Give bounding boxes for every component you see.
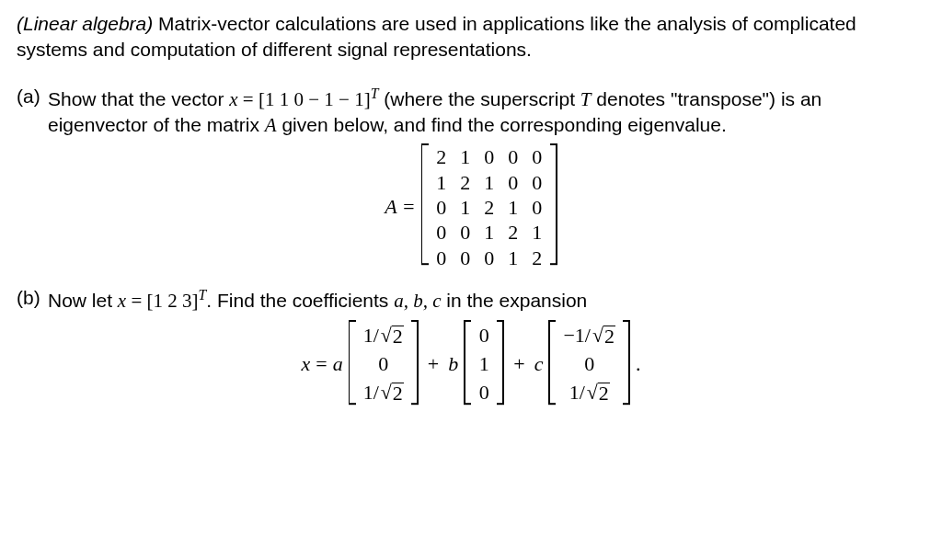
- plus-1: +: [424, 350, 442, 378]
- expansion-block: x = a 1/2 0 1/2 + b 0 1 0: [17, 320, 925, 408]
- part-b-pre: Now let: [48, 290, 118, 311]
- cell: 0: [436, 221, 447, 244]
- bracket-left-icon: [464, 320, 471, 405]
- v3-body: −1/2 0 1/2: [556, 320, 623, 408]
- cell: 0: [436, 196, 447, 219]
- part-a-post3: given below, and find the corresponding …: [277, 114, 727, 135]
- var-A: A: [265, 114, 277, 136]
- cell: 2: [436, 145, 447, 168]
- cell: 2: [532, 246, 543, 269]
- cell: 0: [460, 221, 471, 244]
- v1-body: 1/2 0 1/2: [356, 320, 411, 408]
- cell: 0: [532, 196, 543, 219]
- bracket-right-icon: [550, 143, 557, 265]
- cell: 1: [460, 196, 471, 219]
- cell: 1/2: [363, 381, 404, 404]
- eq-sign: =: [238, 88, 258, 110]
- matrix-A-block: A = 21000 12100 01210 00121 00012: [17, 143, 925, 269]
- cell: 0: [508, 145, 519, 168]
- coef-b: b: [448, 350, 458, 378]
- cell: 1: [478, 352, 489, 375]
- part-b: (b) Now let x = [1 2 3]T. Find the coeff…: [17, 285, 925, 407]
- cell: 0: [484, 145, 495, 168]
- bracket-left-icon: [548, 320, 556, 405]
- var-x-b: x: [118, 290, 126, 312]
- bracket-right-icon: [623, 320, 630, 405]
- eq-sign-b: =: [126, 290, 146, 312]
- exp-period: .: [636, 350, 641, 378]
- matrix-A-body: 21000 12100 01210 00121 00012: [429, 143, 550, 269]
- part-a: (a) Show that the vector x = [1 1 0 − 1 …: [17, 84, 925, 269]
- cell: −1/2: [563, 324, 615, 347]
- subject-tag: (Linear algebra): [17, 13, 153, 34]
- cell: 1: [532, 221, 543, 244]
- intro-paragraph: (Linear algebra) Matrix-vector calculati…: [17, 11, 925, 63]
- cell: 0: [363, 352, 404, 375]
- part-b-body: Now let x = [1 2 3]T. Find the coefficie…: [48, 285, 925, 314]
- vector-x-b: [1 2 3]T: [147, 290, 207, 312]
- cell: 1: [460, 145, 471, 168]
- cell: 2: [460, 171, 471, 194]
- bracket-left-icon: [349, 320, 356, 405]
- cell: 2: [508, 221, 519, 244]
- vector-v2: 0 1 0: [464, 320, 504, 408]
- cell: 0: [478, 381, 489, 404]
- vars-abc: a, b, c: [394, 290, 441, 312]
- cell: 0: [478, 324, 489, 347]
- var-x: x: [229, 88, 237, 110]
- exp-eq: =: [316, 350, 327, 378]
- matrix-lhs: A =: [385, 193, 415, 221]
- cell: 1/2: [563, 381, 615, 404]
- part-b-post1: . Find the coefficients: [206, 290, 394, 311]
- cell: 0: [532, 145, 543, 168]
- cell: 1/2: [363, 324, 404, 347]
- part-a-post1: (where the superscript: [378, 88, 580, 109]
- cell: 2: [484, 196, 495, 219]
- cell: 0: [532, 171, 543, 194]
- bracket-right-icon: [497, 320, 504, 405]
- v2-body: 0 1 0: [471, 320, 497, 408]
- cell: 1: [508, 246, 519, 269]
- cell: 0: [460, 246, 471, 269]
- cell: 0: [508, 171, 519, 194]
- cell: 1: [484, 171, 495, 194]
- cell: 0: [563, 352, 615, 375]
- part-a-body: Show that the vector x = [1 1 0 − 1 − 1]…: [48, 84, 925, 139]
- part-b-post2: in the expansion: [442, 290, 588, 311]
- bracket-left-icon: [421, 143, 429, 265]
- exp-lhs-x: x: [301, 350, 310, 378]
- matrix-A: 21000 12100 01210 00121 00012: [421, 143, 557, 269]
- vector-x-a: [1 1 0 − 1 − 1]T: [258, 88, 378, 110]
- var-T: T: [580, 88, 592, 110]
- part-a-pre: Show that the vector: [48, 88, 229, 109]
- cell: 1: [484, 221, 495, 244]
- cell: 1: [508, 196, 519, 219]
- vector-v1: 1/2 0 1/2: [349, 320, 419, 408]
- cell: 0: [484, 246, 495, 269]
- part-a-label: (a): [17, 84, 48, 109]
- vector-v3: −1/2 0 1/2: [548, 320, 630, 408]
- bracket-right-icon: [411, 320, 419, 405]
- cell: 0: [436, 246, 447, 269]
- part-b-label: (b): [17, 285, 48, 311]
- coef-a: a: [333, 350, 343, 378]
- cell: 1: [436, 171, 447, 194]
- plus-2: +: [510, 350, 528, 378]
- coef-c: c: [534, 350, 544, 378]
